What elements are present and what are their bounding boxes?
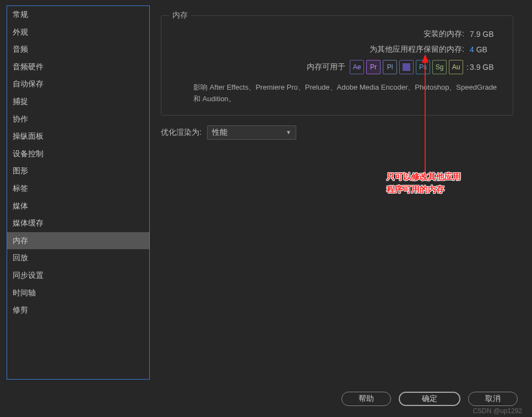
preferences-sidebar: 常规 外观 音频 音频硬件 自动保存 捕捉 协作 操纵面板 设备控制 图形 标签… [7, 6, 150, 380]
sidebar-item-device-control[interactable]: 设备控制 [7, 145, 149, 163]
sidebar-item-playback[interactable]: 回放 [7, 249, 149, 267]
reserved-memory-input[interactable]: 4 [470, 45, 474, 54]
sidebar-item-labels[interactable]: 标签 [7, 180, 149, 197]
sidebar-item-control-surface[interactable]: 操纵面板 [7, 128, 149, 145]
reserved-memory-label: 为其他应用程序保留的内存: [370, 45, 464, 54]
sidebar-item-collaboration[interactable]: 协作 [7, 111, 149, 128]
memory-available-label: 内存可用于 [307, 62, 345, 72]
sg-icon: Sg [432, 60, 447, 74]
annotation-text: 只可以修改其他应用 程序可用的内存 [387, 171, 461, 195]
chevron-down-icon: ▼ [286, 129, 291, 135]
ok-button[interactable]: 确定 [399, 392, 460, 406]
memory-available-value: 3.9 GB [470, 63, 503, 72]
watermark: CSDN @up1292 [473, 407, 522, 415]
sidebar-item-general[interactable]: 常规 [7, 6, 149, 24]
memory-panel-title: 内存 [169, 10, 191, 20]
sidebar-item-memory[interactable]: 内存 [7, 232, 149, 250]
au-icon: Au [449, 60, 463, 74]
sidebar-item-sync-settings[interactable]: 同步设置 [7, 267, 149, 284]
memory-available-row: 内存可用于 Ae Pr Pl Ps Sg Au : 3.9 GB [171, 60, 503, 74]
annotation-line1: 只可以修改其他应用 [387, 171, 461, 183]
optimize-render-dropdown[interactable]: 性能 ▼ [207, 125, 296, 140]
ps-icon: Ps [416, 60, 430, 74]
memory-panel: 内存 安装的内存: 7.9 GB 为其他应用程序保留的内存: 4 GB 内存可用… [161, 15, 513, 116]
main-content: 内存 安装的内存: 7.9 GB 为其他应用程序保留的内存: 4 GB 内存可用… [150, 6, 525, 385]
pl-icon: Pl [383, 60, 397, 74]
sidebar-item-graphics[interactable]: 图形 [7, 162, 149, 180]
sidebar-item-timeline[interactable]: 时间轴 [7, 284, 149, 302]
installed-memory-label: 安装的内存: [424, 29, 464, 39]
memory-description: 影响 After Effects、Premiere Pro、Prelude、Ad… [171, 82, 503, 105]
optimize-render-row: 优化渲染为: 性能 ▼ [161, 125, 525, 140]
reserved-memory-value[interactable]: 4 GB [464, 45, 503, 54]
app-icons: Ae Pr Pl Ps Sg Au [350, 60, 463, 74]
optimize-render-label: 优化渲染为: [161, 128, 202, 138]
dialog-footer: 帮助 确定 取消 [341, 392, 518, 406]
sidebar-item-capture[interactable]: 捕捉 [7, 93, 149, 111]
pr-icon: Pr [366, 60, 381, 74]
reserved-memory-row: 为其他应用程序保留的内存: 4 GB [171, 45, 503, 54]
reserved-memory-unit: GB [476, 45, 487, 54]
annotation-line2: 程序可用的内存 [387, 183, 461, 196]
sidebar-item-trim[interactable]: 修剪 [7, 301, 149, 319]
help-button[interactable]: 帮助 [341, 392, 391, 406]
ae-icon: Ae [350, 60, 364, 74]
sidebar-item-audio[interactable]: 音频 [7, 41, 149, 58]
optimize-render-selected: 性能 [212, 128, 227, 138]
sidebar-item-media[interactable]: 媒体 [7, 197, 149, 215]
installed-memory-value: 7.9 GB [464, 30, 503, 39]
sidebar-item-appearance[interactable]: 外观 [7, 24, 149, 41]
sidebar-item-autosave[interactable]: 自动保存 [7, 75, 149, 93]
sidebar-item-media-cache[interactable]: 媒体缓存 [7, 215, 149, 232]
cancel-button[interactable]: 取消 [468, 392, 518, 406]
me-icon [399, 60, 414, 74]
available-colon: : [466, 63, 469, 72]
installed-memory-row: 安装的内存: 7.9 GB [171, 29, 503, 39]
sidebar-item-audio-hardware[interactable]: 音频硬件 [7, 58, 149, 76]
